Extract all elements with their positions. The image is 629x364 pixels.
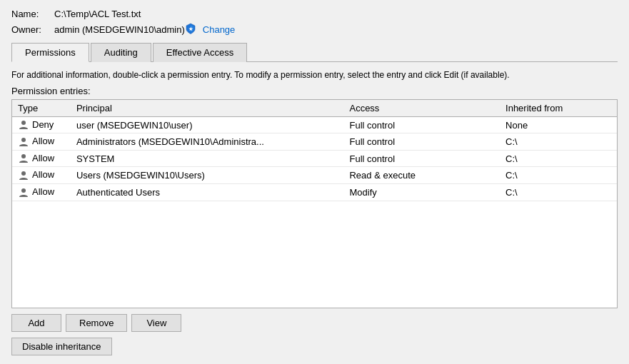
tab-permissions[interactable]: Permissions bbox=[11, 43, 89, 62]
row-type-1: Allow bbox=[12, 133, 71, 151]
shield-icon: ★ bbox=[185, 23, 196, 34]
svg-point-1 bbox=[21, 121, 26, 125]
row-principal: Administrators (MSEDGEWIN10\Administra..… bbox=[71, 133, 344, 151]
col-header-principal: Principal bbox=[71, 100, 344, 117]
change-link[interactable]: Change bbox=[203, 24, 236, 35]
permission-table-container: Type Principal Access Inherited from Den… bbox=[11, 99, 618, 308]
row-principal: Authenticated Users bbox=[71, 184, 344, 201]
user-icon bbox=[18, 153, 29, 164]
row-type-label: Deny bbox=[32, 119, 54, 130]
svg-text:★: ★ bbox=[188, 26, 193, 31]
owner-label: Owner: bbox=[11, 24, 54, 35]
row-inherited: C:\ bbox=[500, 133, 617, 151]
row-access: Read & execute bbox=[343, 167, 500, 184]
row-type-label: Allow bbox=[32, 136, 54, 146]
svg-point-2 bbox=[21, 138, 26, 142]
row-inherited: C:\ bbox=[500, 167, 617, 184]
action-buttons: Add Remove View bbox=[11, 314, 618, 332]
row-type-2: Allow bbox=[12, 150, 71, 167]
row-access: Modify bbox=[343, 184, 500, 201]
tab-auditing[interactable]: Auditing bbox=[91, 43, 151, 62]
row-access: Full control bbox=[343, 116, 500, 133]
row-type-label: Allow bbox=[32, 186, 54, 197]
row-access: Full control bbox=[343, 133, 500, 151]
col-header-access: Access bbox=[343, 100, 500, 117]
svg-point-5 bbox=[21, 188, 26, 193]
tabs-bar: Permissions Auditing Effective Access bbox=[11, 42, 618, 62]
row-inherited: None bbox=[500, 116, 617, 133]
row-type-0: Deny bbox=[12, 116, 71, 133]
row-access: Full control bbox=[343, 150, 500, 167]
row-inherited: C:\ bbox=[500, 184, 617, 201]
tab-effective-access[interactable]: Effective Access bbox=[153, 43, 247, 62]
row-inherited: C:\ bbox=[500, 150, 617, 167]
row-type-4: Allow bbox=[12, 184, 71, 201]
col-header-type: Type bbox=[12, 100, 71, 117]
row-type-label: Allow bbox=[32, 169, 54, 180]
remove-button[interactable]: Remove bbox=[66, 314, 127, 332]
permission-table: Type Principal Access Inherited from Den… bbox=[12, 100, 617, 201]
svg-point-3 bbox=[21, 154, 26, 158]
row-principal: user (MSEDGEWIN10\user) bbox=[71, 116, 344, 133]
permission-entries-label: Permission entries: bbox=[11, 86, 618, 96]
table-row[interactable]: Denyuser (MSEDGEWIN10\user)Full controlN… bbox=[12, 116, 617, 133]
user-icon bbox=[18, 170, 29, 181]
user-icon bbox=[18, 187, 29, 198]
row-principal: Users (MSEDGEWIN10\Users) bbox=[71, 167, 344, 184]
owner-value: admin (MSEDGEWIN10\admin) bbox=[54, 24, 185, 35]
row-type-label: Allow bbox=[32, 153, 54, 163]
name-value: C:\Temp\ACL Test.txt bbox=[54, 9, 141, 19]
add-button[interactable]: Add bbox=[11, 314, 61, 332]
table-row[interactable]: AllowAdministrators (MSEDGEWIN10\Adminis… bbox=[12, 133, 617, 151]
col-header-inherited: Inherited from bbox=[500, 100, 617, 117]
name-label: Name: bbox=[11, 9, 54, 19]
disable-inheritance-button[interactable]: Disable inheritance bbox=[11, 338, 112, 355]
table-row[interactable]: AllowSYSTEMFull controlC:\ bbox=[12, 150, 617, 167]
table-row[interactable]: AllowUsers (MSEDGEWIN10\Users)Read & exe… bbox=[12, 167, 617, 184]
row-principal: SYSTEM bbox=[71, 150, 344, 167]
svg-point-4 bbox=[21, 171, 26, 176]
description-text: For additional information, double-click… bbox=[11, 69, 618, 81]
table-row[interactable]: AllowAuthenticated UsersModifyC:\ bbox=[12, 184, 617, 201]
user-icon bbox=[18, 119, 29, 131]
user-icon bbox=[18, 136, 29, 148]
view-button[interactable]: View bbox=[131, 314, 181, 332]
row-type-3: Allow bbox=[12, 167, 71, 184]
